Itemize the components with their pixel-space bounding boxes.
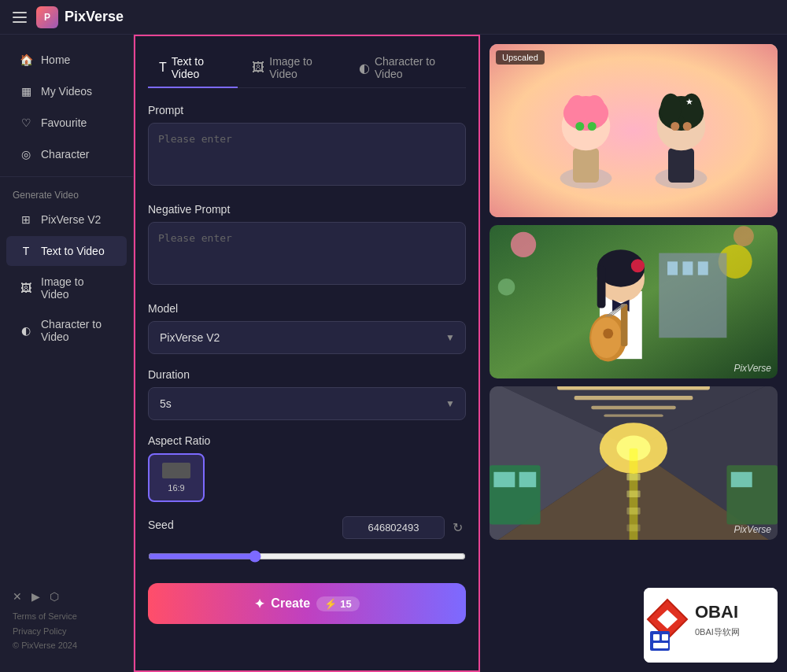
svg-rect-24 — [667, 261, 678, 275]
tabs: T Text to Video 🖼 Image to Video ◐ Chara… — [148, 49, 466, 88]
create-button-wrap: ✦ Create ⚡ 15 — [148, 583, 466, 624]
svg-point-13 — [660, 94, 681, 125]
sidebar-item-home[interactable]: 🏠 Home — [6, 45, 127, 75]
ratio-preview-16-9 — [162, 463, 190, 478]
seed-controls: ↻ — [342, 516, 466, 539]
tab-text-to-video[interactable]: T Text to Video — [148, 49, 238, 88]
logo-icon: P — [36, 6, 58, 28]
seed-refresh-button[interactable]: ↻ — [449, 517, 466, 538]
home-icon: 🏠 — [19, 53, 33, 67]
svg-rect-30 — [597, 266, 606, 308]
discord-icon[interactable]: ⬡ — [50, 590, 59, 603]
sidebar-pixverse-label: PixVerse V2 — [41, 213, 101, 226]
tab-text-label: Text to Video — [172, 55, 227, 80]
aspect-ratio-16-9[interactable]: 16:9 — [148, 453, 205, 502]
youtube-icon[interactable]: ▶ — [31, 590, 40, 603]
gallery-item-2[interactable]: PixVerse — [490, 225, 778, 378]
svg-rect-60 — [626, 490, 640, 497]
menu-icon[interactable] — [13, 12, 27, 23]
svg-rect-57 — [731, 472, 752, 487]
duration-label: Duration — [148, 368, 466, 381]
svg-rect-69 — [662, 634, 668, 641]
prompt-input[interactable] — [148, 123, 466, 186]
image-icon: 🖼 — [19, 281, 33, 295]
privacy-link[interactable]: Privacy Policy — [13, 624, 120, 639]
copyright-text: © PixVerse 2024 — [13, 641, 77, 650]
svg-point-6 — [584, 95, 604, 123]
logo: P PixVerse — [36, 6, 124, 28]
svg-point-19 — [511, 232, 536, 257]
svg-rect-68 — [653, 634, 660, 641]
svg-point-16 — [671, 122, 679, 131]
sidebar-home-label: Home — [41, 54, 70, 66]
sidebar-item-character-to-video[interactable]: ◐ Character to Video — [6, 310, 127, 351]
create-button[interactable]: ✦ Create ⚡ 15 — [148, 583, 466, 624]
gallery-item-3[interactable]: PixVerse — [490, 386, 778, 540]
svg-text:0BAI导软网: 0BAI导软网 — [695, 627, 740, 637]
tab-image-to-video[interactable]: 🖼 Image to Video — [241, 49, 345, 88]
svg-point-7 — [575, 122, 584, 131]
svg-point-17 — [683, 122, 692, 131]
svg-point-31 — [631, 259, 645, 272]
model-label: Model — [148, 302, 466, 315]
sidebar-footer: ✕ ▶ ⬡ Terms of Service Privacy Policy © … — [0, 581, 133, 663]
sidebar-divider — [0, 176, 133, 177]
char-video-icon: ◐ — [19, 323, 33, 338]
negative-prompt-input[interactable] — [148, 222, 466, 285]
seed-group: Seed ↻ — [148, 516, 466, 569]
pixverse-icon: ⊞ — [19, 212, 33, 227]
sidebar-item-text-to-video[interactable]: T Text to Video — [6, 236, 127, 266]
sidebar-item-character[interactable]: ◎ Character — [6, 139, 127, 169]
seed-label: Seed — [148, 519, 174, 531]
prompt-group: Prompt — [148, 104, 466, 189]
videos-icon: ▦ — [19, 84, 33, 98]
sidebar-item-favourite[interactable]: ♡ Favourite — [6, 108, 127, 138]
tab-char-icon: ◐ — [359, 61, 370, 76]
negative-prompt-label: Negative Prompt — [148, 203, 466, 216]
text-icon: T — [19, 244, 33, 258]
svg-rect-50 — [575, 396, 693, 400]
aspect-ratio-label: Aspect Ratio — [148, 434, 466, 447]
svg-rect-2 — [573, 148, 599, 183]
svg-point-36 — [603, 328, 613, 338]
svg-rect-49 — [557, 386, 710, 390]
svg-rect-54 — [493, 472, 515, 487]
heart-icon: ♡ — [19, 116, 33, 130]
footer-links: Terms of Service Privacy Policy © PixVer… — [13, 609, 120, 653]
terms-link[interactable]: Terms of Service — [13, 609, 120, 624]
svg-point-8 — [588, 122, 597, 131]
tab-text-icon: T — [159, 61, 167, 75]
prompt-label: Prompt — [148, 104, 466, 116]
aspect-ratio-group: Aspect Ratio 16:9 — [148, 434, 466, 502]
sidebar-item-image-to-video[interactable]: 🖼 Image to Video — [6, 268, 127, 308]
svg-point-21 — [733, 226, 754, 246]
svg-rect-26 — [698, 261, 708, 275]
twitter-icon[interactable]: ✕ — [13, 590, 22, 603]
badge-icon: ⚡ — [324, 598, 337, 610]
seed-input[interactable] — [342, 516, 445, 539]
sidebar-character-label: Character — [41, 148, 89, 161]
tab-image-label: Image to Video — [269, 55, 334, 80]
sidebar-my-videos-label: My Videos — [41, 85, 92, 98]
character-icon: ◎ — [19, 147, 33, 161]
sidebar-char-to-video-label: Character to Video — [41, 318, 114, 343]
svg-rect-52 — [604, 415, 663, 417]
tab-image-icon: 🖼 — [252, 61, 264, 75]
tab-char-label: Character to Video — [375, 55, 455, 80]
tab-character-to-video[interactable]: ◐ Character to Video — [348, 49, 466, 88]
svg-rect-0 — [490, 44, 778, 217]
seed-slider[interactable] — [148, 550, 466, 563]
duration-select-wrapper: 5s 8s 10s ▼ — [148, 387, 466, 420]
sidebar-item-my-videos[interactable]: ▦ My Videos — [6, 76, 127, 106]
sidebar-item-pixverse-v2[interactable]: ⊞ PixVerse V2 — [6, 205, 127, 234]
aspect-ratio-options: 16:9 — [148, 453, 466, 502]
sidebar-favourite-label: Favourite — [41, 116, 87, 129]
model-select[interactable]: PixVerse V2 PixVerse V3 — [148, 321, 466, 354]
sidebar: 🏠 Home ▦ My Videos ♡ Favourite ◎ Charact… — [0, 35, 134, 672]
svg-rect-55 — [519, 472, 537, 487]
duration-select[interactable]: 5s 8s 10s — [148, 387, 466, 420]
model-group: Model PixVerse V2 PixVerse V3 ▼ — [148, 302, 466, 354]
svg-rect-59 — [626, 474, 640, 481]
social-links: ✕ ▶ ⬡ — [13, 590, 120, 603]
gallery-item-1[interactable]: ★ Upscaled — [490, 44, 778, 217]
